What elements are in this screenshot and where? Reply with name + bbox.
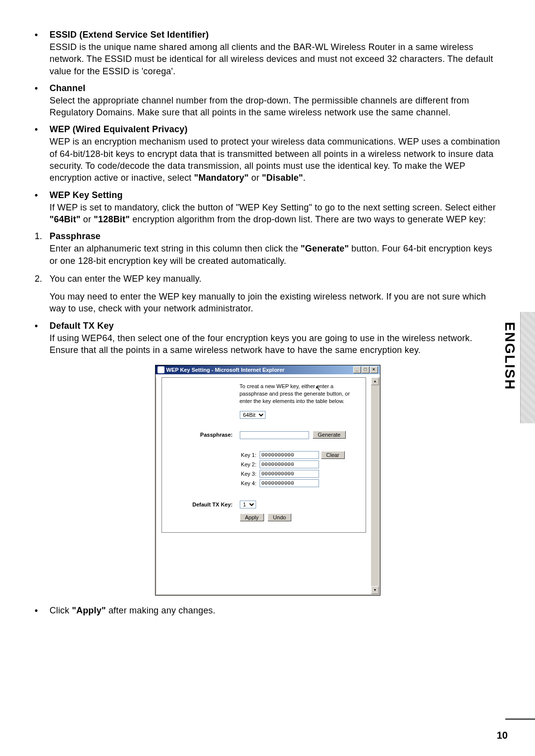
minimize-button[interactable]: _ xyxy=(353,366,361,373)
essid-desc: ESSID is the unique name shared among al… xyxy=(50,41,500,77)
num-2: 2. xyxy=(35,274,50,284)
passphrase-title: Passphrase xyxy=(50,231,500,242)
defaulttx-select[interactable]: 1 xyxy=(240,501,256,508)
final-note: Click "Apply" after making any changes. xyxy=(50,605,500,616)
undo-button[interactable]: Undo xyxy=(268,513,291,521)
num-1: 1. xyxy=(35,231,50,242)
key4-label: Key 4: xyxy=(240,480,260,486)
page-bar xyxy=(505,718,535,720)
bullet: • xyxy=(35,190,50,201)
bullet: • xyxy=(35,30,50,40)
defaulttx-label: Default TX Key: xyxy=(168,502,240,507)
key4-input[interactable] xyxy=(260,479,319,487)
ie-icon xyxy=(158,366,164,373)
cursor-icon: ↖ xyxy=(315,384,321,392)
scroll-down-icon[interactable]: ▾ xyxy=(371,586,379,594)
maximize-button[interactable]: □ xyxy=(362,366,370,373)
bullet: • xyxy=(35,321,50,331)
clear-button[interactable]: Clear xyxy=(321,451,345,459)
passphrase-input[interactable] xyxy=(240,431,309,439)
close-button[interactable]: × xyxy=(370,366,378,373)
wepkey-desc: If WEP is set to mandatory, click the bu… xyxy=(50,202,500,226)
wep-desc: WEP is an encryption mechanism used to p… xyxy=(50,136,500,184)
page-number: 10 xyxy=(497,730,508,741)
side-tab xyxy=(520,312,535,423)
window-titlebar: WEP Key Setting - Microsoft Internet Exp… xyxy=(156,365,380,374)
wep-dialog-screenshot: WEP Key Setting - Microsoft Internet Exp… xyxy=(155,365,380,596)
key2-input[interactable] xyxy=(260,460,319,468)
apply-button[interactable]: Apply xyxy=(240,513,265,521)
generate-button[interactable]: Generate xyxy=(313,431,346,439)
key2-label: Key 2: xyxy=(240,461,260,467)
channel-title: Channel xyxy=(50,83,500,94)
bullet: • xyxy=(35,124,50,135)
passphrase-label: Passphrase: xyxy=(168,432,240,438)
passphrase-desc: Enter an alphanumeric text string in thi… xyxy=(50,243,500,267)
defaulttx-desc: If using WEP64, then select one of the f… xyxy=(50,332,500,356)
bullet: • xyxy=(35,605,50,616)
scroll-up-icon[interactable]: ▴ xyxy=(371,377,379,385)
wepkey-title: WEP Key Setting xyxy=(50,190,500,201)
channel-desc: Select the appropriate channel number fr… xyxy=(50,95,500,119)
key3-label: Key 3: xyxy=(240,471,260,477)
window-title: WEP Key Setting - Microsoft Internet Exp… xyxy=(166,367,285,373)
language-label: ENGLISH xyxy=(502,322,518,390)
dialog-intro: To creat a new WEP key, either enter a p… xyxy=(240,383,360,405)
key3-input[interactable] xyxy=(260,470,319,478)
defaulttx-title: Default TX Key xyxy=(50,321,500,331)
essid-title: ESSID (Extend Service Set Identifier) xyxy=(50,30,500,40)
bullet: • xyxy=(35,83,50,94)
manual-line1: You can enter the WEP key manually. xyxy=(50,273,500,285)
bit-select[interactable]: 64Bit xyxy=(240,411,266,419)
manual-line2: You may need to enter the WEP key manual… xyxy=(50,291,500,315)
wep-title: WEP (Wired Equivalent Privacy) xyxy=(50,124,500,135)
key1-label: Key 1: xyxy=(240,452,260,458)
scrollbar[interactable]: ▴ ▾ xyxy=(371,377,379,594)
key1-input[interactable] xyxy=(260,451,319,459)
